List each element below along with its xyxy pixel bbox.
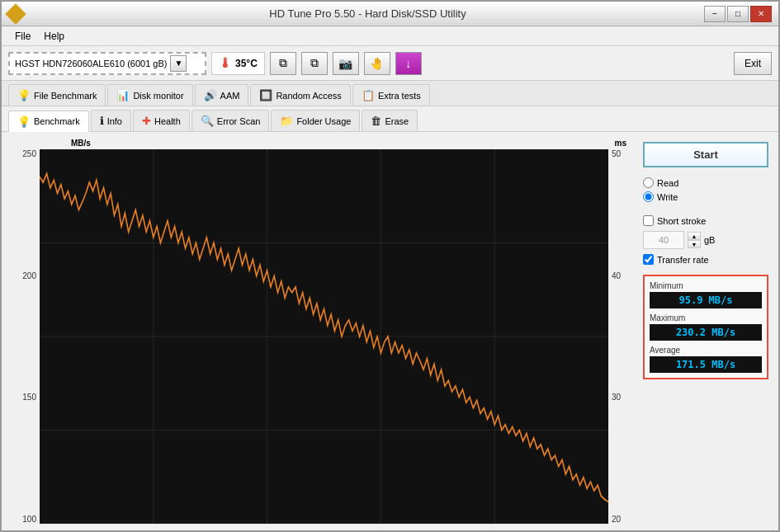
toolbar: HGST HDN726060ALE610 (6001 gB) ▼ 🌡 35°C … [2,46,778,81]
y-axis-right: 50 40 30 20 [608,149,633,524]
tab-error-scan-label: Error Scan [217,116,261,126]
tab-row-1: 💡 File Benchmark 📊 Disk monitor 🔊 AAM 🔲 … [2,81,778,106]
y-left-250: 250 [22,149,36,158]
disk-dropdown-btn[interactable]: ▼ [170,55,187,72]
health-icon: ✚ [142,115,151,127]
y-left-200: 200 [22,271,36,280]
right-panel: Start Read Write Short stroke [640,139,772,524]
tab-aam-label: AAM [220,91,240,101]
tab-benchmark-label: Benchmark [34,116,80,126]
read-label: Read [657,178,678,188]
transfer-rate-line [40,173,608,501]
tab-benchmark[interactable]: 💡 Benchmark [8,111,89,132]
short-stroke-label[interactable]: Short stroke [643,215,768,226]
hand-button[interactable]: 🤚 [364,52,390,75]
y-left-100: 100 [22,515,36,524]
folder-usage-icon: 📁 [280,115,293,127]
tab-row-2: 💡 Benchmark ℹ Info ✚ Health 🔍 Error Scan… [2,106,778,132]
benchmark-chart [40,149,608,524]
tab-file-benchmark[interactable]: 💡 File Benchmark [8,84,106,106]
chart-wrapper: 250 200 150 100 [8,149,633,524]
chart-canvas [40,149,608,524]
stats-box: Minimum 95.9 MB/s Maximum 230.2 MB/s Ave… [643,275,768,379]
stroke-spinbox[interactable] [643,231,684,249]
tab-extra-tests-label: Extra tests [378,91,421,101]
minimum-stat: Minimum 95.9 MB/s [650,281,762,308]
window-controls: − □ ✕ [704,6,772,22]
spin-down-button[interactable]: ▼ [688,240,701,248]
read-radio-label[interactable]: Read [643,177,768,188]
disk-monitor-icon: 📊 [116,89,130,101]
tab-erase-label: Erase [385,116,409,126]
transfer-rate-label[interactable]: Transfer rate [643,254,768,265]
average-stat: Average 171.5 MB/s [650,346,762,373]
average-label: Average [650,346,762,355]
y-axis-ms-label: ms [615,139,633,148]
chart-area: MB/sms 250 200 150 100 [8,139,633,524]
tab-random-access-label: Random Access [276,91,341,101]
menu-help[interactable]: Help [37,29,71,44]
camera-button[interactable]: 📷 [333,52,359,75]
tab-disk-monitor[interactable]: 📊 Disk monitor [107,84,192,106]
download-button[interactable]: ↓ [395,52,422,75]
minimum-value: 95.9 MB/s [650,292,762,308]
tab-health-label: Health [154,116,181,126]
aam-icon: 🔊 [204,89,217,101]
short-stroke-checkbox[interactable] [643,215,654,226]
tab-folder-usage-label: Folder Usage [296,116,351,126]
minimize-button[interactable]: − [704,6,726,22]
tab-error-scan[interactable]: 🔍 Error Scan [191,110,270,131]
y-right-50: 50 [612,149,621,158]
y-axis-left: 250 200 150 100 [8,149,40,524]
read-write-group: Read Write [643,174,768,205]
write-radio[interactable] [643,191,654,202]
app-icon [5,3,26,24]
erase-icon: 🗑 [371,115,381,127]
main-content: MB/sms 250 200 150 100 [2,132,778,530]
spin-up-button[interactable]: ▲ [688,232,701,240]
menu-file[interactable]: File [8,29,37,44]
options-group: Short stroke ▲ ▼ gB Transfer rate [643,212,768,268]
exit-button[interactable]: Exit [734,52,772,75]
write-radio-label[interactable]: Write [643,191,768,202]
minimum-label: Minimum [650,281,762,290]
copy2-button[interactable]: ⧉ [301,52,328,75]
stroke-unit: gB [704,235,715,245]
tab-aam[interactable]: 🔊 AAM [195,84,249,106]
y-right-30: 30 [612,393,621,402]
tab-file-benchmark-label: File Benchmark [34,91,97,101]
y-right-20: 20 [612,515,621,524]
write-label: Write [657,192,678,202]
tab-disk-monitor-label: Disk monitor [133,91,183,101]
random-access-icon: 🔲 [259,89,272,101]
maximize-button[interactable]: □ [727,6,749,22]
average-value: 171.5 MB/s [650,356,762,373]
main-window: HD Tune Pro 5.50 - Hard Disk/SSD Utility… [0,0,780,532]
benchmark-icon: 💡 [17,115,31,128]
tab-info[interactable]: ℹ Info [91,110,131,131]
transfer-rate-checkbox[interactable] [643,254,654,265]
tab-erase[interactable]: 🗑 Erase [362,110,418,131]
read-radio[interactable] [643,177,654,188]
temperature-value: 35°C [235,58,258,69]
tab-folder-usage[interactable]: 📁 Folder Usage [271,110,360,131]
transfer-rate-text: Transfer rate [657,255,709,265]
disk-name: HGST HDN726060ALE610 (6001 gB) [15,59,167,68]
tab-random-access[interactable]: 🔲 Random Access [250,84,350,106]
tab-extra-tests[interactable]: 📋 Extra tests [352,84,430,106]
chart-axis-labels: MB/sms [8,139,633,149]
extra-tests-icon: 📋 [362,89,375,101]
start-button[interactable]: Start [643,142,768,167]
title-bar: HD Tune Pro 5.50 - Hard Disk/SSD Utility… [2,2,778,26]
close-button[interactable]: ✕ [750,6,772,22]
spin-buttons: ▲ ▼ [688,232,701,248]
file-benchmark-icon: 💡 [17,89,31,101]
tab-info-label: Info [107,116,122,126]
temperature-display: 🌡 35°C [211,52,265,75]
copy-button[interactable]: ⧉ [270,52,296,75]
maximum-label: Maximum [650,313,762,322]
disk-selector[interactable]: HGST HDN726060ALE610 (6001 gB) ▼ [8,52,206,75]
y-right-40: 40 [612,271,621,280]
error-scan-icon: 🔍 [201,115,214,127]
tab-health[interactable]: ✚ Health [133,110,190,131]
